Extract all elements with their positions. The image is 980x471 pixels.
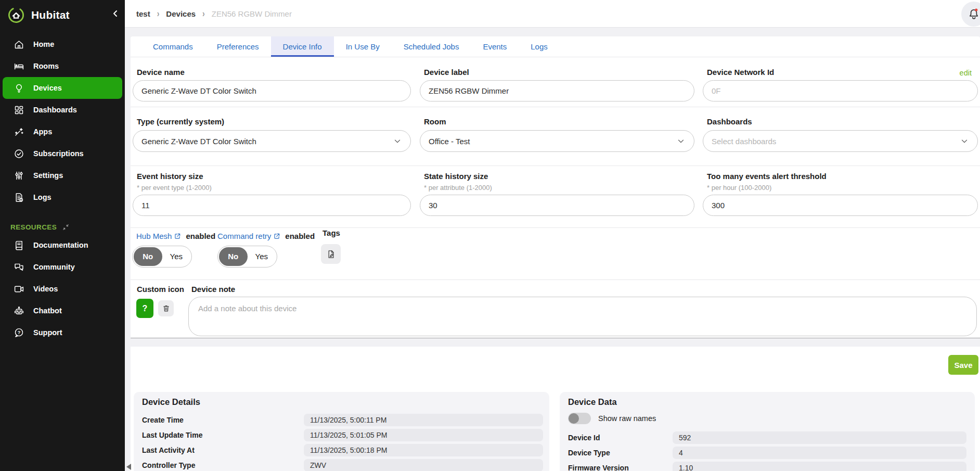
- type-select[interactable]: Generic Z-Wave DT Color Switch: [133, 130, 411, 152]
- sidebar-item-support[interactable]: ? Support: [0, 322, 125, 343]
- collapse-diagonal-icon: [62, 223, 70, 231]
- event-history-input[interactable]: [133, 195, 411, 216]
- command-retry-row: Command retry enabled: [217, 232, 315, 240]
- tag-edit-icon: [326, 249, 336, 259]
- sidebar-item-label: Rooms: [33, 62, 59, 70]
- brand[interactable]: Hubitat: [0, 0, 125, 29]
- breadcrumb-separator: ›: [202, 8, 205, 19]
- detail-row-label: Controller Type: [142, 459, 195, 471]
- device-tabs: Commands Preferences Device Info In Use …: [131, 36, 980, 57]
- device-info-card: Commands Preferences Device Info In Use …: [131, 36, 980, 338]
- sidebar-item-label: Subscriptions: [33, 149, 84, 158]
- breadcrumb-separator: ›: [157, 8, 160, 19]
- delete-icon-button[interactable]: [158, 300, 174, 316]
- save-button[interactable]: Save: [948, 355, 978, 375]
- chevron-down-icon: [393, 136, 402, 146]
- events-alert-input[interactable]: [703, 195, 978, 216]
- device-label-input[interactable]: [420, 80, 694, 101]
- tab-events[interactable]: Events: [471, 36, 519, 57]
- events-alert-hint: * per hour (100-2000): [707, 184, 771, 192]
- sidebar-item-logs[interactable]: Logs: [0, 186, 125, 208]
- state-history-label: State history size: [424, 172, 488, 181]
- row-divider: [131, 279, 980, 280]
- breadcrumb-item-test[interactable]: test: [136, 9, 150, 18]
- sidebar-item-videos[interactable]: Videos: [0, 278, 125, 300]
- resources-header[interactable]: RESOURCES: [10, 221, 125, 233]
- tab-in-use-by[interactable]: In Use By: [334, 36, 392, 57]
- sidebar-item-devices[interactable]: Devices: [3, 77, 122, 99]
- detail-row-value: 11/13/2025, 5:01:05 PM: [304, 429, 543, 441]
- bed-icon: [14, 61, 24, 72]
- check-circle-icon: [14, 148, 24, 159]
- device-note-textarea[interactable]: [188, 297, 977, 336]
- hub-mesh-toggle: No Yes: [132, 246, 192, 268]
- tab-scheduled-jobs[interactable]: Scheduled Jobs: [392, 36, 471, 57]
- toggle-knob: [569, 413, 579, 424]
- command-retry-link[interactable]: Command retry: [217, 232, 280, 240]
- wand-icon: [14, 126, 24, 137]
- state-history-hint: * per attribute (1-2000): [424, 184, 492, 192]
- tab-logs[interactable]: Logs: [519, 36, 560, 57]
- event-history-hint: * per event type (1-2000): [137, 184, 212, 192]
- edit-network-id-link[interactable]: edit: [960, 69, 972, 77]
- device-details-card: Device Details Create Time 11/13/2025, 5…: [134, 392, 549, 471]
- sidebar-item-apps[interactable]: Apps: [0, 121, 125, 143]
- sidebar-item-rooms[interactable]: Rooms: [0, 55, 125, 77]
- tags-button[interactable]: [321, 244, 341, 264]
- dashboard-icon: [14, 105, 24, 116]
- device-name-label: Device name: [137, 68, 185, 77]
- command-retry-no-option[interactable]: No: [219, 247, 248, 266]
- trash-icon: [162, 304, 171, 313]
- sidebar: Hubitat Home Rooms Devices Dashboards: [0, 0, 125, 471]
- data-row-label: Firmware Version: [568, 462, 629, 471]
- tab-preferences[interactable]: Preferences: [205, 36, 271, 57]
- book-icon: [14, 240, 24, 251]
- sidebar-item-dashboards[interactable]: Dashboards: [0, 99, 125, 121]
- sidebar-item-community[interactable]: Community: [0, 256, 125, 278]
- hub-mesh-yes-option[interactable]: Yes: [162, 247, 191, 266]
- sidebar-collapse-button[interactable]: [109, 7, 122, 20]
- chevron-down-icon: [676, 136, 686, 146]
- breadcrumb-item-devices[interactable]: Devices: [166, 9, 196, 18]
- video-camera-icon: [14, 284, 24, 295]
- state-history-input[interactable]: [420, 195, 694, 216]
- device-name-input[interactable]: [133, 80, 411, 101]
- command-retry-toggle: No Yes: [217, 246, 277, 268]
- breadcrumb-bar: test › Devices › ZEN56 RGBW Dimmer: [125, 0, 980, 28]
- bell-icon: [967, 7, 980, 21]
- external-link-icon: [174, 233, 181, 240]
- dashboards-select[interactable]: Select dashboards: [703, 130, 978, 152]
- detail-row-label: Last Activity At: [142, 444, 195, 456]
- room-select[interactable]: Office - Test: [420, 130, 694, 152]
- tab-commands[interactable]: Commands: [141, 36, 205, 57]
- device-network-id-label: Device Network Id: [707, 68, 774, 77]
- show-raw-names-label: Show raw names: [598, 414, 656, 423]
- device-details-title: Device Details: [142, 397, 200, 407]
- sidebar-item-chatbot[interactable]: Chatbot: [0, 300, 125, 322]
- hub-mesh-no-option[interactable]: No: [134, 247, 162, 266]
- sidebar-item-label: Devices: [33, 84, 62, 92]
- hub-mesh-link[interactable]: Hub Mesh: [136, 232, 181, 240]
- detail-row-value: 11/13/2025, 5:00:18 PM: [304, 444, 543, 456]
- sidebar-item-label: Home: [33, 40, 54, 48]
- robot-icon: [14, 305, 24, 316]
- sidebar-item-label: Videos: [33, 285, 58, 293]
- sidebar-item-label: Settings: [33, 171, 63, 180]
- command-retry-yes-option[interactable]: Yes: [248, 247, 276, 266]
- sidebar-item-documentation[interactable]: Documentation: [0, 234, 125, 256]
- sidebar-item-settings[interactable]: Settings: [0, 164, 125, 186]
- hubitat-device-page: Hubitat Home Rooms Devices Dashboards: [0, 0, 980, 471]
- sidebar-item-subscriptions[interactable]: Subscriptions: [0, 143, 125, 164]
- detail-row-value: 11/13/2025, 5:00:11 PM: [304, 414, 543, 426]
- tab-device-info[interactable]: Device Info: [271, 36, 334, 57]
- device-data-title: Device Data: [568, 397, 617, 407]
- device-data-card: Device Data Show raw names Device Id 592…: [560, 392, 975, 471]
- row-divider: [131, 227, 980, 228]
- custom-icon-button[interactable]: ?: [136, 299, 153, 318]
- data-row-label: Device Id: [568, 431, 600, 444]
- sidebar-item-home[interactable]: Home: [0, 33, 125, 55]
- show-raw-names-toggle[interactable]: [568, 413, 591, 424]
- notifications-button[interactable]: [961, 2, 980, 27]
- device-network-id-input: [703, 80, 978, 101]
- scroll-left-arrow[interactable]: [126, 464, 131, 470]
